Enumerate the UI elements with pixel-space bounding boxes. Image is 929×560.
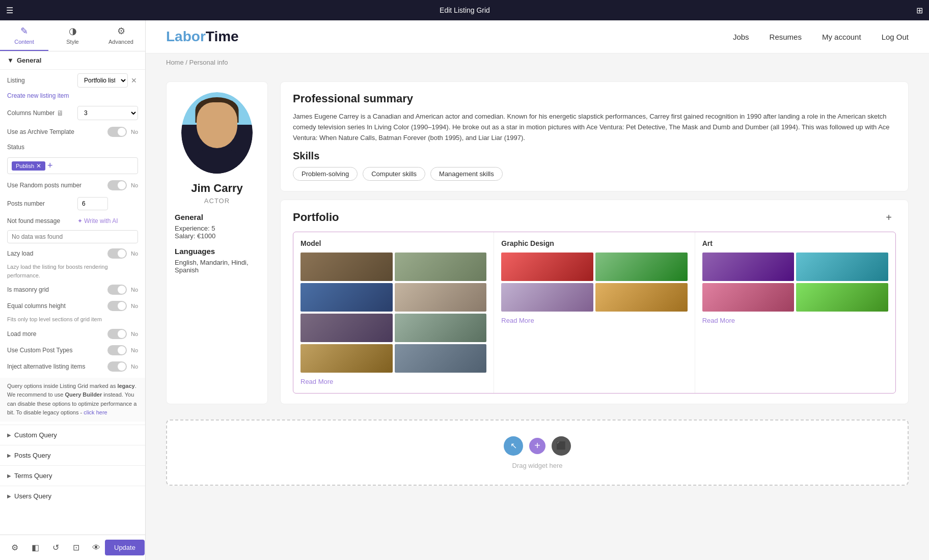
terms-query-header[interactable]: ▶ Terms Query [0,466,145,486]
top-bar-left: ☰ [6,6,13,15]
not-found-input-row [7,230,138,243]
not-found-ai: ✦ Write with AI [77,217,138,225]
breadcrumb-separator: / [185,59,187,66]
skill-tag-0: Problem-solving [293,167,358,181]
archive-template-toggle-knob [118,128,126,136]
portfolio-img-1-0 [501,253,593,281]
layers-button[interactable]: ◧ [26,539,44,556]
listing-label: Listing [7,77,73,84]
portfolio-card: Portfolio + Model [280,200,909,404]
columns-number-select[interactable]: 3 1 2 4 [77,106,138,120]
not-found-input[interactable] [7,230,138,243]
breadcrumb-home[interactable]: Home [166,59,184,66]
custom-post-types-toggle[interactable] [107,345,127,355]
equal-columns-row: Equal columns height No [0,298,145,314]
logo-labor: Labor [166,29,206,44]
drag-btn-square[interactable]: ⬛ [552,436,571,456]
random-posts-toggle[interactable] [107,180,127,190]
masonry-grid-no: No [131,287,138,293]
load-more-label: Load more [7,330,103,338]
posts-number-input[interactable] [77,197,108,210]
load-more-toggle[interactable] [107,329,127,339]
settings-button[interactable]: ⚙ [6,539,23,556]
portfolio-header: Portfolio + [293,210,896,225]
page-content: Jim Carry ACTOR General Experience: 5 Sa… [146,71,929,414]
portfolio-add-button[interactable]: + [882,210,896,225]
portfolio-img-1-2 [501,283,593,312]
status-add-button[interactable]: + [47,160,53,171]
portfolio-read-more-1[interactable]: Read More [501,317,534,324]
posts-query-arrow: ▶ [7,453,11,458]
masonry-grid-toggle[interactable] [107,285,127,295]
style-icon: ◑ [69,25,77,37]
update-button[interactable]: Update [105,540,145,555]
lazy-load-toggle-knob [118,249,126,258]
inject-alternative-label: Inject alternative listing items [7,363,103,370]
portfolio-images-2 [702,253,888,312]
toolbar-right: Update ▲ [105,540,146,555]
custom-post-types-no: No [131,347,138,353]
columns-number-control: 3 1 2 4 [77,106,138,120]
summary-title: Professional summary [293,92,896,105]
tab-content-label: Content [14,39,34,45]
portfolio-img-1-1 [595,253,688,281]
masonry-grid-label: Is masonry grid [7,286,103,293]
portfolio-img-0-5 [395,314,487,342]
top-bar-title: Edit Listing Grid [440,6,490,14]
archive-template-toggle[interactable] [107,127,127,137]
hamburger-icon[interactable]: ☰ [6,6,13,15]
custom-query-header[interactable]: ▶ Custom Query [0,425,145,445]
listing-clear-button[interactable]: ✕ [130,75,138,86]
equal-columns-toggle[interactable] [107,301,127,311]
create-listing-link[interactable]: Create new listing item [0,91,145,102]
logo-time: Time [206,29,239,44]
load-more-no: No [131,331,138,337]
posts-query-header[interactable]: ▶ Posts Query [0,445,145,465]
inject-alternative-toggle[interactable] [107,361,127,372]
nav-jobs[interactable]: Jobs [733,33,749,41]
portfolio-img-0-6 [300,344,393,373]
history-button[interactable]: ↺ [47,539,64,556]
status-tag-publish: Publish ✕ [12,161,45,171]
portfolio-img-2-2 [702,283,795,312]
nav-my-account[interactable]: My account [822,33,861,41]
portfolio-read-more-2[interactable]: Read More [702,317,735,324]
lazy-load-toggle[interactable] [107,248,127,259]
inject-alternative-toggle-knob [118,362,126,371]
portfolio-col-title-0: Model [300,239,486,247]
write-ai-link[interactable]: ✦ Write with AI [77,217,138,225]
inject-alternative-no: No [131,363,138,370]
custom-post-types-label: Use Custom Post Types [7,347,103,354]
tab-advanced[interactable]: ⚙ Advanced [97,20,145,51]
status-row: Status [0,140,145,154]
lazy-load-label: Lazy load [7,250,103,257]
skill-tag-1: Computer skills [363,167,425,181]
toolbar-left: ⚙ ◧ ↺ ⊡ 👁 [6,539,105,556]
drag-btn-pointer[interactable]: ↖ [504,436,523,456]
inject-alternative-row: Inject alternative listing items No [0,358,145,375]
posts-number-label: Posts number [7,200,73,207]
random-posts-toggle-knob [118,181,126,189]
drag-btn-add[interactable]: + [529,438,545,454]
tab-style[interactable]: ◑ Style [48,20,97,51]
listing-select[interactable]: Portfolio listing [77,73,128,88]
terms-query-label: Terms Query [14,472,52,480]
tab-content[interactable]: ✎ Content [0,20,48,51]
nav-resumes[interactable]: Resumes [770,33,802,41]
panel-tabs: ✎ Content ◑ Style ⚙ Advanced [0,20,145,51]
profile-salary: Salary: €1000 [175,232,215,240]
content-icon: ✎ [20,25,28,37]
portfolio-read-more-0[interactable]: Read More [300,378,333,385]
responsive-button[interactable]: ⊡ [67,539,85,556]
users-query-header[interactable]: ▶ Users Query [0,486,145,506]
general-section-header[interactable]: ▼ General [0,51,145,70]
click-here-link[interactable]: click here [84,409,107,415]
status-tag-remove[interactable]: ✕ [36,162,41,170]
nav-logout[interactable]: Log Out [882,33,909,41]
site-nav: Jobs Resumes My account Log Out [733,33,909,41]
drag-buttons: ↖ + ⬛ [504,436,571,456]
grid-icon[interactable]: ⊞ [916,6,923,15]
eye-button[interactable]: 👁 [88,539,105,556]
summary-text: James Eugene Carrey is a Canadian and Am… [293,111,896,143]
general-title: General [17,57,41,64]
